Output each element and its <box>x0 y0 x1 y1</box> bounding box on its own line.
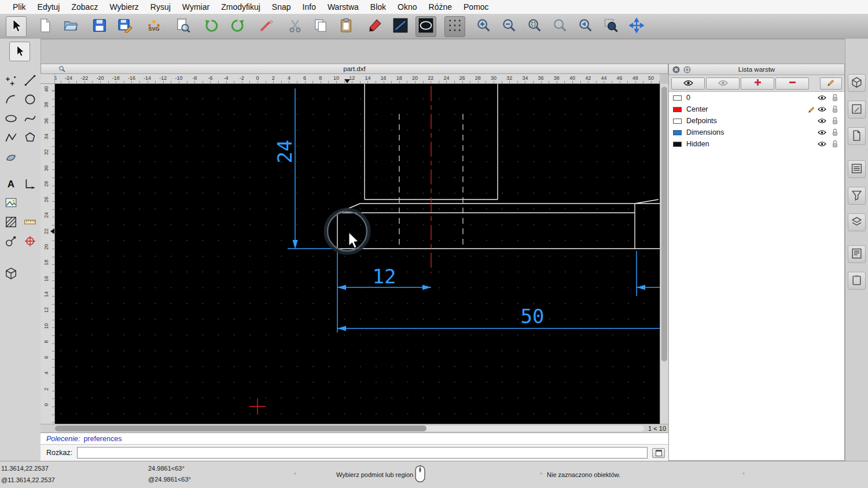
pen-button[interactable] <box>365 16 385 37</box>
menu-zobacz[interactable]: Zobacz <box>65 2 104 12</box>
hide-all-layers-button[interactable] <box>706 77 740 90</box>
zoom-auto-button[interactable] <box>524 16 545 37</box>
drawing-canvas[interactable]: 24 12 50 <box>55 84 660 424</box>
vertical-scrollbar-thumb[interactable] <box>661 87 667 361</box>
dimension-tool-button[interactable] <box>21 176 39 193</box>
layers-panel-header[interactable]: Lista warstw <box>669 64 844 75</box>
layer-row[interactable]: Center <box>669 103 844 115</box>
menu-rysuj[interactable]: Rysuj <box>145 2 176 12</box>
menu-info[interactable]: Info <box>297 2 322 12</box>
zoom-pan-button[interactable] <box>626 16 647 37</box>
layer-row[interactable]: 0 <box>669 92 844 103</box>
zoom-out-button[interactable] <box>499 16 520 37</box>
edit-layer-button[interactable] <box>820 77 842 90</box>
dock-command-widget-button[interactable] <box>848 245 866 263</box>
show-all-layers-button[interactable] <box>671 77 705 90</box>
svg-export-button[interactable]: SVG <box>144 16 164 37</box>
dock-clipboard-button[interactable] <box>848 272 866 290</box>
polyline-tool-button[interactable] <box>2 130 20 147</box>
grid-toggle-button[interactable] <box>444 16 465 37</box>
snap-tool-button[interactable] <box>21 233 39 250</box>
layer-row[interactable]: Dimensions <box>669 127 844 138</box>
zoom-window-button[interactable] <box>601 16 621 37</box>
isometric-tool-button[interactable] <box>2 264 20 284</box>
command-input[interactable] <box>77 447 648 459</box>
line-attributes-button[interactable] <box>390 16 411 37</box>
horizontal-scrollbar-thumb[interactable] <box>55 426 426 431</box>
horizontal-scrollbar[interactable] <box>55 426 644 431</box>
layer-row[interactable]: Defpoints <box>669 115 844 127</box>
paste-button[interactable] <box>336 16 356 37</box>
layer-visibility-toggle[interactable] <box>816 118 827 124</box>
dock-draft-button[interactable] <box>848 101 866 119</box>
layer-lock-toggle[interactable] <box>830 94 840 102</box>
circle-tool-button[interactable] <box>21 91 39 109</box>
layer-visibility-toggle[interactable] <box>816 130 827 135</box>
region-tool-button[interactable] <box>2 149 20 168</box>
measure-tool-button[interactable] <box>21 214 39 231</box>
menu-snap[interactable]: Snap <box>266 2 297 12</box>
menu-warstwa[interactable]: Warstwa <box>322 2 365 12</box>
save-as-button[interactable] <box>115 16 135 37</box>
menu-blok[interactable]: Blok <box>365 2 392 12</box>
image-tool-button[interactable] <box>2 195 20 212</box>
zoom-previous-button[interactable] <box>575 16 596 37</box>
remove-layer-button[interactable] <box>775 77 809 90</box>
layer-row[interactable]: Hidden <box>669 138 844 150</box>
dock-filter-button[interactable] <box>848 187 866 205</box>
save-button[interactable] <box>89 16 110 37</box>
spline-tool-button[interactable] <box>21 110 39 128</box>
print-preview-button[interactable] <box>172 16 193 37</box>
dock-block-list-button[interactable] <box>848 213 866 231</box>
new-file-button[interactable] <box>35 16 56 37</box>
dock-view-button[interactable] <box>848 74 866 92</box>
menu-edytuj[interactable]: Edytuj <box>32 2 66 12</box>
erase-icon <box>259 18 274 35</box>
layer-lock-toggle[interactable] <box>830 105 840 113</box>
dock-layer-list-button[interactable] <box>848 160 866 178</box>
menu-wybierz[interactable]: Wybierz <box>104 2 144 12</box>
open-file-button[interactable] <box>60 16 81 37</box>
redo-button[interactable] <box>227 16 248 37</box>
layer-lock-toggle[interactable] <box>830 117 840 125</box>
part-outline[interactable] <box>337 84 660 249</box>
erase-button[interactable] <box>256 16 277 37</box>
layer-lock-toggle[interactable] <box>830 128 840 136</box>
command-detach-button[interactable] <box>652 448 665 458</box>
zoom-in-button[interactable] <box>473 16 494 37</box>
add-layer-button[interactable] <box>741 77 774 90</box>
menu-okno[interactable]: Okno <box>392 2 422 12</box>
menu-rozne[interactable]: Różne <box>423 2 458 12</box>
layer-lock-toggle[interactable] <box>830 140 840 148</box>
dimension-width-50[interactable]: 50 <box>337 305 660 331</box>
layer-visibility-toggle[interactable] <box>816 141 827 147</box>
menu-zmodyfikuj[interactable]: Zmodyfikuj <box>215 2 266 12</box>
polygon-tool-button[interactable] <box>21 130 39 147</box>
hatch-tool-button[interactable] <box>2 214 20 231</box>
undo-button[interactable] <box>201 16 222 37</box>
layer-visibility-toggle[interactable] <box>816 95 827 101</box>
ellipse-display-button[interactable] <box>415 16 436 37</box>
text-tool-button[interactable]: A <box>2 176 20 193</box>
vertical-scrollbar[interactable] <box>660 84 668 424</box>
zoom-redraw-button[interactable] <box>550 16 571 37</box>
dimension-right[interactable] <box>637 251 660 296</box>
mouse-hint-icon <box>414 465 426 485</box>
copy-button[interactable] <box>310 16 331 37</box>
cut-button[interactable] <box>285 16 306 37</box>
pencil-icon <box>827 79 835 88</box>
layer-visibility-toggle[interactable] <box>816 106 827 112</box>
arc-tool-button[interactable] <box>2 91 20 109</box>
dimension-width-12[interactable]: 12 <box>337 251 431 332</box>
modify-tool-button[interactable] <box>2 233 20 250</box>
menu-pomoc[interactable]: Pomoc <box>458 2 495 12</box>
line-tool-button[interactable] <box>21 72 39 90</box>
select-tool-button[interactable] <box>6 16 27 37</box>
document-titlebar[interactable]: part.dxf <box>41 64 668 74</box>
ellipse-tool-button[interactable] <box>2 110 20 128</box>
menu-plik[interactable]: Plik <box>7 2 32 12</box>
dock-page-button[interactable] <box>848 127 866 145</box>
palette-select-button[interactable] <box>9 42 30 61</box>
point-tool-button[interactable] <box>2 72 20 90</box>
menu-wymiar[interactable]: Wymiar <box>176 2 215 12</box>
